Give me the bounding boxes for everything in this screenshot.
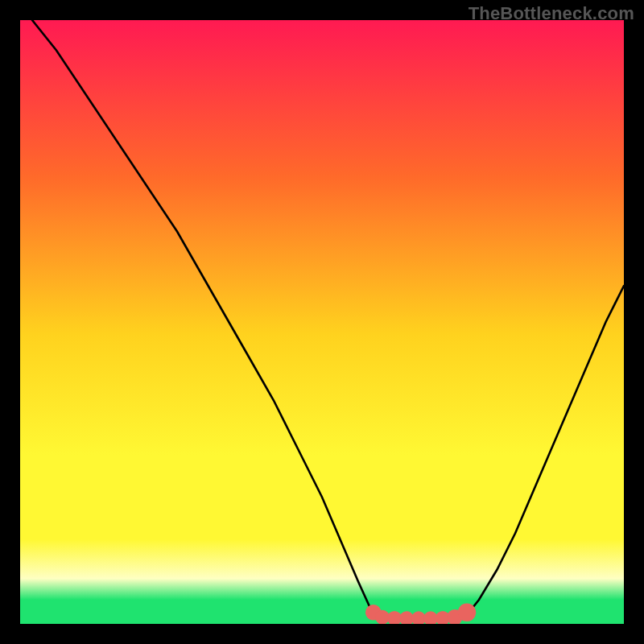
bottom-marker-band xyxy=(365,604,476,625)
left-curve xyxy=(32,20,374,615)
marker-dot xyxy=(458,604,477,622)
watermark-text: TheBottleneck.com xyxy=(469,3,634,24)
plot-area xyxy=(20,20,624,624)
curve-layer xyxy=(20,20,624,624)
right-curve xyxy=(467,286,624,615)
chart-frame: TheBottleneck.com xyxy=(0,0,644,644)
